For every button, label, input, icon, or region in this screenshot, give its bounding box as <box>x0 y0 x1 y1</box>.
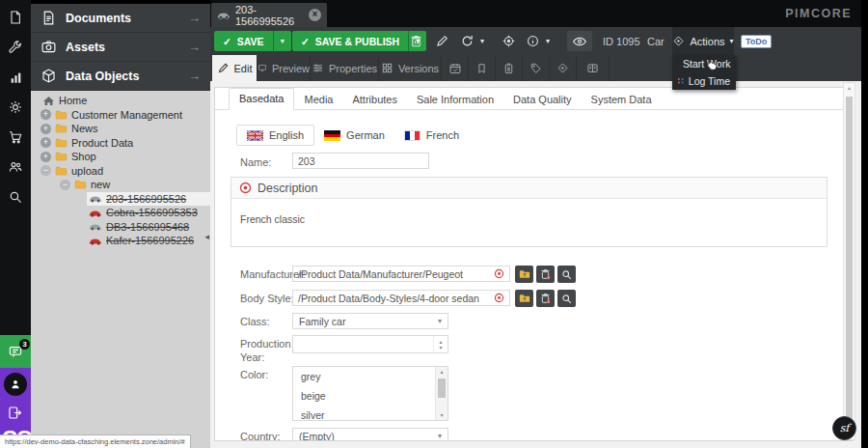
spinner-down-icon[interactable]: ▾ <box>439 345 442 350</box>
tab-data-quality[interactable]: Data Quality <box>503 90 582 110</box>
scrollbar-thumb[interactable] <box>438 378 446 398</box>
tree-item-car[interactable]: Kafer-1566995226 <box>87 234 210 248</box>
tab-app-view[interactable] <box>577 55 610 81</box>
production-year-spinner[interactable]: ▴ ▾ <box>292 335 448 353</box>
expand-icon[interactable]: + <box>41 109 51 120</box>
tree-item-upload[interactable]: − upload <box>31 164 210 179</box>
expand-icon[interactable]: + <box>41 152 51 162</box>
manufacturer-search-button[interactable] <box>557 266 576 283</box>
tree-item-car[interactable]: Cobra-1566995353 <box>87 206 210 220</box>
content-scrollbar[interactable]: ▴ <box>843 82 855 440</box>
car-red-icon <box>89 237 102 245</box>
bar-chart-icon[interactable] <box>0 64 31 91</box>
collapse-icon[interactable]: − <box>41 165 51 176</box>
country-select[interactable]: (Empty) ▾ <box>292 428 448 441</box>
tab-workflow[interactable] <box>550 55 577 81</box>
localized-target-icon <box>239 182 252 194</box>
scroll-up-icon[interactable]: ▴ <box>844 85 854 92</box>
tab-versions[interactable]: Versions <box>379 55 442 81</box>
menu-item-log-time[interactable]: Log Time <box>672 72 736 90</box>
file-icon[interactable] <box>0 4 31 31</box>
sidebar-item-data-objects[interactable]: Data Objects → <box>31 62 210 91</box>
tab-tags[interactable] <box>523 55 550 81</box>
locate-in-tree-button[interactable] <box>498 31 519 51</box>
tab-attributes[interactable]: Attributes <box>342 90 406 110</box>
delete-button[interactable] <box>405 31 426 51</box>
save-publish-button[interactable]: ✓SAVE & PUBLISH <box>292 31 408 51</box>
symfony-debug-badge[interactable]: sf <box>832 416 856 440</box>
scroll-up-icon[interactable]: ▴ <box>436 369 448 375</box>
rename-button[interactable] <box>431 31 452 51</box>
tab-label: French <box>426 129 459 141</box>
tab-reports[interactable] <box>496 55 523 81</box>
tab-properties[interactable]: Properties <box>311 55 379 81</box>
tab-lang-german[interactable]: German <box>314 126 394 145</box>
chat-button[interactable]: 3 <box>0 335 31 368</box>
body-style-relation-field[interactable]: /Product Data/Body-Styles/4-door sedan <box>292 290 510 306</box>
expand-icon[interactable]: + <box>41 137 51 148</box>
manufacturer-relation-field[interactable]: /Product Data/Manufacturer/Peugeot <box>292 266 510 282</box>
tab-media[interactable]: Media <box>294 90 342 110</box>
grid-icon <box>381 62 393 74</box>
collapse-icon[interactable]: − <box>60 180 70 190</box>
tab-basedata[interactable]: Basedata <box>229 88 294 110</box>
save-dropdown-button[interactable]: ▾ <box>273 31 291 51</box>
tab-lang-english[interactable]: English <box>236 125 314 146</box>
tab-lang-french[interactable]: French <box>394 126 469 145</box>
manufacturer-open-button[interactable] <box>515 266 533 283</box>
tree-item-shop[interactable]: + Shop <box>31 150 210 164</box>
scroll-down-icon[interactable]: ▾ <box>436 412 448 418</box>
expand-icon[interactable]: + <box>41 124 51 134</box>
listbox-scrollbar[interactable]: ▴ ▾ <box>435 367 448 420</box>
tab-schedule[interactable] <box>442 55 469 81</box>
body-style-remove-button[interactable] <box>536 290 555 307</box>
tree-item-car-selected[interactable]: 203-1566995526 <box>87 192 210 207</box>
sidebar-item-label: Documents <box>66 12 188 25</box>
info-button[interactable] <box>522 31 543 51</box>
tree-item-customer-management[interactable]: + Customer Management <box>31 108 210 123</box>
user-avatar[interactable] <box>4 373 27 396</box>
manufacturer-remove-button[interactable] <box>536 266 555 283</box>
color-option[interactable]: silver <box>293 406 448 425</box>
close-icon[interactable]: × <box>309 9 321 21</box>
color-option[interactable]: beige <box>293 386 448 406</box>
tab-label: German <box>346 129 385 141</box>
color-listbox[interactable]: grey beige silver ▴ ▾ <box>292 366 448 421</box>
spinner-arrows[interactable]: ▴ ▾ <box>433 336 448 352</box>
tree-item-car[interactable]: DB3-1566995468 <box>87 220 210 235</box>
tree-item-product-data[interactable]: + Product Data <box>31 136 210 151</box>
tab-preview[interactable]: Preview <box>258 55 311 81</box>
name-input[interactable] <box>292 153 429 169</box>
arrow-right-icon: → <box>188 11 201 25</box>
tab-notes[interactable] <box>469 55 496 81</box>
gear-icon[interactable] <box>0 94 31 121</box>
sidebar-item-documents[interactable]: Documents → <box>31 4 210 33</box>
info-dropdown-button[interactable]: ▾ <box>542 31 554 51</box>
tree-item-home[interactable]: Home <box>31 94 210 108</box>
cart-icon[interactable] <box>0 124 31 151</box>
scrollbar-thumb[interactable] <box>846 97 853 428</box>
color-option[interactable]: grey <box>293 367 448 386</box>
description-value[interactable]: French classic <box>231 199 827 225</box>
class-select[interactable]: Family car ▾ <box>292 313 448 329</box>
tree-item-new[interactable]: − new <box>31 178 210 192</box>
reload-button[interactable] <box>456 31 477 51</box>
open-object-tab[interactable]: 203-1566995526 × <box>211 3 327 27</box>
search-icon[interactable] <box>0 183 31 210</box>
wrench-icon[interactable] <box>0 34 31 61</box>
preview-eye-button[interactable] <box>567 31 592 51</box>
save-button[interactable]: ✓SAVE <box>214 31 273 51</box>
sidebar-item-assets[interactable]: Assets → <box>31 33 210 62</box>
tab-system-data[interactable]: System Data <box>582 90 662 110</box>
reload-dropdown-button[interactable]: ▾ <box>476 31 488 51</box>
tab-sale-information[interactable]: Sale Information <box>407 90 503 110</box>
panel-collapse-handle[interactable]: ◂ <box>204 232 209 241</box>
body-style-search-button[interactable] <box>557 290 576 307</box>
users-icon[interactable] <box>0 154 31 181</box>
logout-button[interactable] <box>7 405 23 421</box>
tree-item-news[interactable]: + News <box>31 122 210 136</box>
bookmark-icon <box>475 62 488 75</box>
actions-button[interactable]: Actions ▾ <box>672 27 734 55</box>
body-style-open-button[interactable] <box>515 290 533 307</box>
tab-edit[interactable]: Edit <box>212 55 258 81</box>
